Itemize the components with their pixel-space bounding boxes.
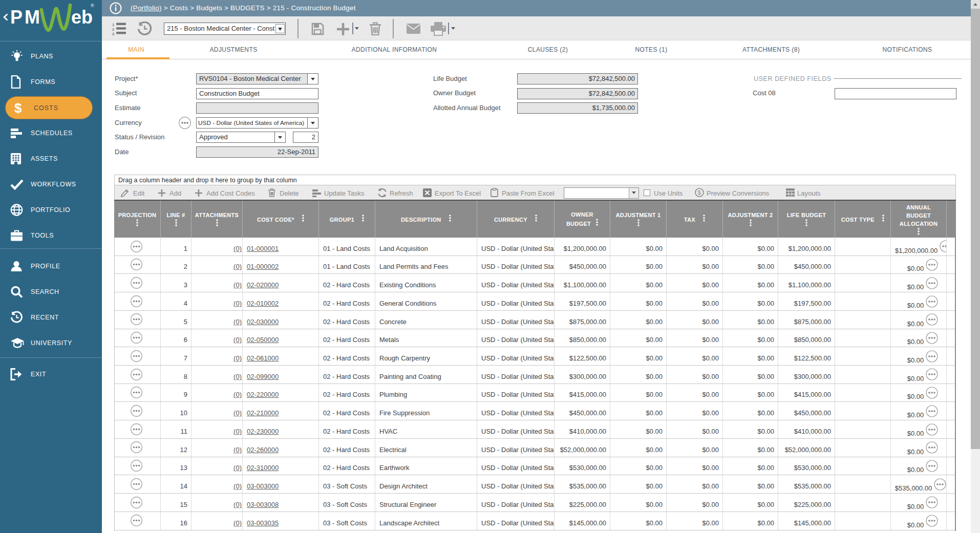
svg-text:1: 1 [112,23,114,27]
svg-text:3: 3 [112,32,114,35]
svg-text:$: $ [698,189,701,196]
svg-text:2: 2 [112,27,114,32]
